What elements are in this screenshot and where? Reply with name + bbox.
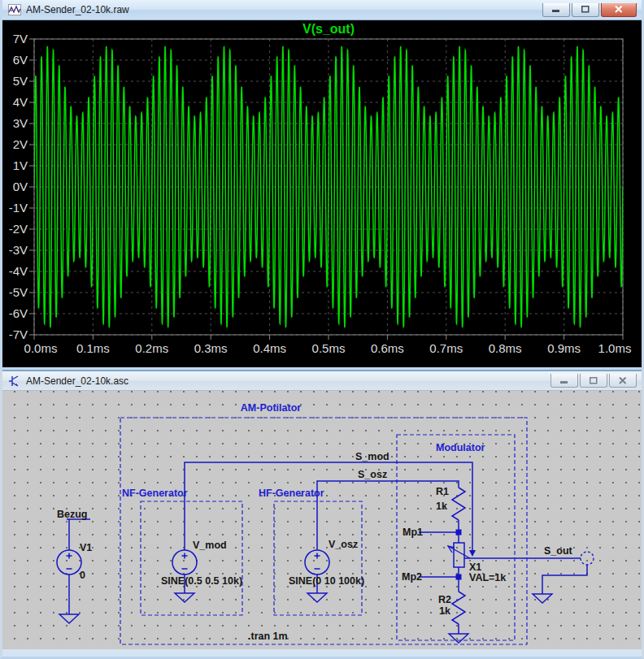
x-tick-label: 1.0ms	[598, 341, 632, 355]
schematic-window-title: AM-Sender_02-10k.asc	[26, 375, 128, 387]
y-tick-label: -1V	[9, 201, 28, 215]
minimize-button[interactable]	[542, 3, 570, 17]
net-label-bezug[interactable]: Bezug	[57, 509, 88, 520]
close-icon	[615, 6, 623, 13]
maximize-button[interactable]	[572, 3, 599, 17]
ground-vosz[interactable]	[307, 593, 327, 602]
component-label-vmod[interactable]: V_mod	[193, 540, 227, 551]
wire-out-gnd[interactable]	[542, 565, 587, 594]
component-value-r2[interactable]: 1k	[439, 605, 450, 617]
x-tick-label: 0.5ms	[312, 341, 346, 355]
x-axis-ticks	[34, 335, 623, 340]
x-tick-label: 0.6ms	[371, 341, 404, 355]
y-tick-label: 1V	[13, 158, 28, 172]
y-tick-label: -4V	[9, 264, 28, 278]
net-label-s-out[interactable]: S_out	[544, 545, 573, 557]
spice-directive-tran[interactable]: .tran 1m	[248, 631, 288, 642]
component-value-vosz[interactable]: SINE(0 10 100k)	[289, 575, 364, 587]
modulator-label[interactable]: Modulator	[436, 442, 485, 453]
nf-generator-box[interactable]	[141, 501, 242, 615]
x-tick-label: 0.8ms	[489, 341, 522, 355]
control-arrow-icon	[469, 550, 476, 557]
y-tick-label: -7V	[9, 327, 28, 341]
waveform-titlebar[interactable]: AM-Sender_02-10k.raw	[2, 0, 642, 20]
x-axis-labels: 0.0ms0.1ms0.2ms0.3ms0.4ms0.5ms0.6ms0.7ms…	[24, 341, 632, 355]
component-label-vosz[interactable]: V_osz	[329, 539, 358, 550]
y-tick-label: 5V	[13, 74, 28, 88]
waveform-window: AM-Sender_02-10k.raw V(s_out)	[0, 0, 644, 370]
x-tick-label: 0.9ms	[547, 341, 581, 355]
waveform-window-controls	[542, 3, 637, 17]
source-vmod[interactable]	[172, 550, 197, 574]
x-tick-label: 0.2ms	[135, 341, 168, 355]
schematic-window: AM-Sender_02-10k.asc	[0, 370, 644, 659]
minimize-icon	[552, 6, 560, 13]
window-bottom-frame	[2, 649, 642, 657]
x-tick-label: 0.3ms	[194, 341, 228, 355]
junction-mp1	[456, 530, 462, 535]
minimize-icon	[560, 377, 568, 384]
y-tick-label: 7V	[13, 32, 28, 46]
x-tick-label: 0.4ms	[253, 341, 286, 355]
component-value-r1[interactable]: 1k	[436, 501, 447, 512]
y-axis-labels: 7V6V5V4V3V2V1V0V-1V-2V-3V-4V-5V-6V-7V	[9, 32, 28, 341]
am-potilator-label[interactable]: AM-Potilator	[241, 402, 301, 414]
schematic-canvas[interactable]: AM-Potilator NF-Generator HF-Generator M…	[2, 391, 642, 649]
y-tick-label: -2V	[9, 222, 28, 236]
y-axis-ticks	[29, 39, 34, 335]
schematic-file-icon	[8, 375, 21, 388]
minimize-button[interactable]	[550, 374, 578, 388]
junction-mp2	[456, 574, 462, 580]
net-label-mp2[interactable]: Mp2	[402, 571, 422, 583]
maximize-icon	[581, 6, 590, 13]
net-label-s-osz[interactable]: S_osz	[358, 469, 387, 480]
s-out-port-marker[interactable]	[581, 552, 594, 565]
ground-v1[interactable]	[59, 614, 79, 623]
component-label-r2[interactable]: R2	[438, 594, 451, 605]
trace-legend-label[interactable]: V(s_out)	[302, 22, 355, 36]
close-icon	[619, 377, 627, 384]
component-value-v1[interactable]: 0	[80, 570, 85, 581]
component-label-v1[interactable]: V1	[80, 542, 92, 553]
schematic-titlebar[interactable]: AM-Sender_02-10k.asc	[2, 370, 642, 391]
component-label-r1[interactable]: R1	[436, 486, 449, 497]
y-tick-label: 6V	[13, 53, 28, 67]
waveform-pane[interactable]: V(s_out) 7V6V5V4V3V2V1V0V-1V-2V-3V-4V-5V…	[2, 20, 642, 367]
hf-generator-box[interactable]	[274, 501, 362, 615]
y-tick-label: -6V	[9, 306, 28, 320]
schematic-window-controls	[550, 374, 637, 388]
close-button[interactable]	[601, 3, 637, 17]
x-tick-label: 0.7ms	[429, 341, 463, 355]
y-tick-label: 0V	[13, 180, 28, 193]
hf-generator-label[interactable]: HF-Generator	[259, 488, 324, 499]
source-v1[interactable]	[57, 550, 81, 574]
resistor-r2[interactable]	[452, 592, 465, 624]
waveform-file-icon	[8, 3, 21, 16]
restore-button[interactable]	[580, 374, 607, 388]
y-tick-label: 2V	[13, 137, 28, 151]
resistor-r1[interactable]	[452, 488, 465, 520]
y-tick-label: 4V	[13, 95, 28, 109]
close-button[interactable]	[609, 374, 637, 388]
waveform-plot[interactable]: V(s_out) 7V6V5V4V3V2V1V0V-1V-2V-3V-4V-5V…	[2, 20, 642, 367]
x-tick-label: 0.1ms	[76, 341, 110, 355]
component-label-x1[interactable]: X1	[469, 561, 481, 573]
component-value-vmod[interactable]: SINE(0.5 0.5 10k)	[161, 575, 242, 587]
component-value-x1[interactable]: VAL=1k	[469, 572, 506, 583]
y-tick-label: -5V	[9, 285, 28, 299]
restore-icon	[590, 377, 598, 384]
ground-out[interactable]	[533, 594, 552, 603]
ground-r2[interactable]	[449, 634, 468, 643]
ltspice-workspace: AM-Sender_02-10k.raw V(s_out)	[0, 0, 644, 659]
net-label-mp1[interactable]: Mp1	[402, 527, 423, 538]
y-tick-label: 3V	[13, 116, 28, 130]
source-vosz[interactable]	[305, 550, 329, 574]
ground-vmod[interactable]	[175, 593, 194, 602]
net-label-s-mod[interactable]: S_mod	[355, 451, 389, 462]
y-tick-label: -3V	[9, 243, 28, 257]
x-tick-label: 0.0ms	[24, 341, 58, 355]
nf-generator-label[interactable]: NF-Generator	[122, 488, 188, 499]
waveform-window-title: AM-Sender_02-10k.raw	[26, 4, 129, 15]
